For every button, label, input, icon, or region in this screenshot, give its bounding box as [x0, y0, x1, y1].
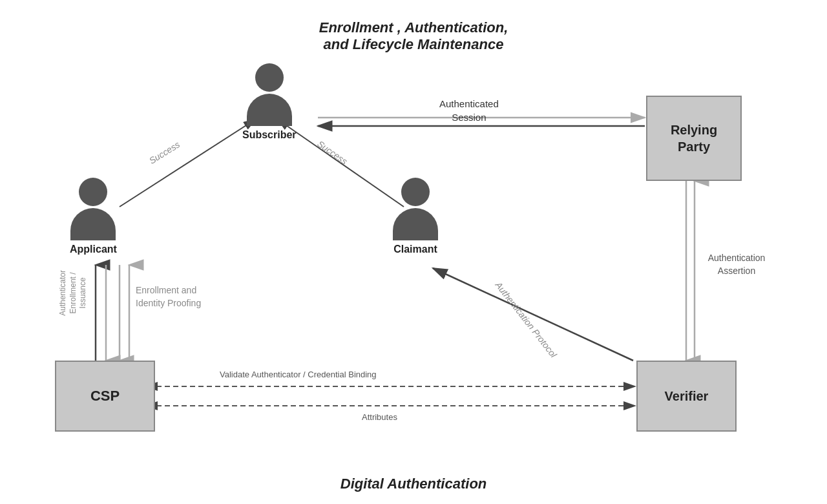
applicant-body: [70, 208, 116, 240]
verifier-box: Verifier: [636, 361, 737, 432]
applicant-head: [79, 178, 107, 206]
enrollment-identity-label: Enrollment and Identity Proofing: [136, 284, 201, 310]
auth-protocol-label: Authentication Protocol: [494, 280, 559, 359]
subscriber-body: [247, 94, 292, 126]
bottom-title: Digital Authentication: [340, 476, 487, 492]
diagram-container: Enrollment , Authentication, and Lifecyc…: [0, 0, 827, 504]
success-auth-label: Success: [315, 138, 350, 166]
claimant-head: [401, 178, 430, 206]
claimant-label: Claimant: [393, 244, 437, 255]
relying-party-box: RelyingParty: [646, 96, 742, 181]
authenticated-session-label: Authenticated Session: [439, 97, 499, 124]
subscriber-head: [255, 63, 284, 92]
main-title: Enrollment , Authentication, and Lifecyc…: [319, 19, 508, 53]
subscriber-label: Subscriber: [242, 129, 297, 141]
authenticator-enrollment-label: Authenticator Enrollment / Issuance: [58, 257, 89, 328]
success-enrollment-label: Success: [147, 139, 182, 166]
claimant-person: Claimant: [393, 178, 438, 255]
csp-box: CSP: [55, 361, 155, 432]
applicant-person: Applicant: [70, 178, 117, 255]
svg-line-10: [120, 120, 255, 207]
validate-authenticator-label: Validate Authenticator / Credential Bind…: [220, 370, 377, 379]
attributes-label: Attributes: [362, 412, 397, 422]
claimant-body: [393, 208, 438, 240]
svg-line-16: [433, 268, 633, 361]
subscriber-person: Subscriber: [242, 63, 297, 141]
applicant-label: Applicant: [70, 244, 117, 255]
auth-assertion-label: Authentication Assertion: [704, 252, 769, 277]
